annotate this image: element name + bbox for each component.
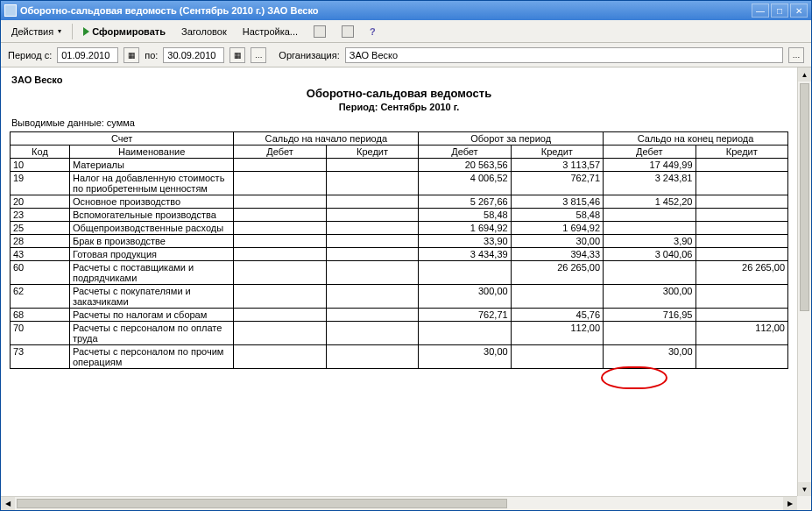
- cell-code: 28: [11, 235, 70, 248]
- cell-value: [695, 345, 788, 369]
- report-org: ЗАО Веско: [11, 75, 788, 85]
- cell-value: 20 563,56: [419, 159, 511, 172]
- cell-name: Расчеты с поставщиками и подрядчиками: [69, 261, 233, 285]
- th-open-credit: Кредит: [326, 145, 418, 159]
- th-account: Счет: [11, 132, 234, 145]
- cell-value: [511, 345, 603, 369]
- cell-value: [695, 248, 788, 261]
- th-close-debit: Дебет: [604, 145, 695, 159]
- cell-value: [695, 235, 788, 248]
- cell-value: [234, 222, 326, 235]
- content-area: ЗАО Веско Оборотно-сальдовая ведомость П…: [1, 67, 811, 510]
- th-open-debit: Дебет: [234, 145, 326, 159]
- highlight-marker: [601, 366, 667, 389]
- cell-value: [604, 209, 695, 222]
- cell-value: [234, 195, 326, 209]
- calendar-to-icon[interactable]: ▦: [229, 47, 245, 63]
- cell-value: [234, 209, 326, 222]
- scroll-up-button[interactable]: ▲: [798, 67, 811, 82]
- cell-value: [695, 172, 788, 195]
- tool-icon-2[interactable]: [335, 23, 361, 40]
- horizontal-scrollbar[interactable]: ◀ ▶: [1, 496, 797, 510]
- cell-name: Основное производство: [69, 195, 233, 209]
- form-button[interactable]: Сформировать: [76, 24, 173, 39]
- th-turn: Оборот за период: [419, 132, 604, 145]
- table-row[interactable]: 60Расчеты с поставщиками и подрядчиками2…: [11, 261, 788, 285]
- vertical-scrollbar[interactable]: ▲ ▼: [797, 67, 811, 496]
- cell-value: 3,90: [604, 235, 695, 248]
- filter-bar: Период с: ▦ по: ▦ … Организация: …: [1, 43, 811, 67]
- toolbar: Действия▾ Сформировать Заголовок Настрой…: [1, 20, 811, 43]
- cell-value: [695, 309, 788, 322]
- cell-name: Брак в производстве: [69, 235, 233, 248]
- cell-value: [234, 235, 326, 248]
- actions-menu[interactable]: Действия▾: [4, 24, 68, 39]
- vscroll-thumb[interactable]: [800, 83, 809, 311]
- cell-value: [326, 345, 418, 369]
- maximize-button[interactable]: □: [771, 4, 788, 18]
- date-to-input[interactable]: [163, 47, 224, 63]
- th-close-credit: Кредит: [695, 145, 788, 159]
- report-viewport: ЗАО Веско Оборотно-сальдовая ведомость П…: [1, 67, 797, 496]
- table-row[interactable]: 23Вспомогательные производства58,4858,48: [11, 209, 788, 222]
- cell-value: 26 265,00: [695, 261, 788, 285]
- tool-icon-1[interactable]: [307, 23, 333, 40]
- cell-value: 300,00: [419, 285, 511, 309]
- table-row[interactable]: 68Расчеты по налогам и сборам762,7145,76…: [11, 309, 788, 322]
- table-row[interactable]: 25Общепроизводственные расходы1 694,921 …: [11, 222, 788, 235]
- report-subtitle: Выводимые данные: сумма: [11, 117, 788, 128]
- help-button[interactable]: ?: [363, 24, 383, 39]
- report-period: Период: Сентябрь 2010 г.: [10, 102, 788, 112]
- calendar-from-icon[interactable]: ▦: [124, 47, 139, 63]
- table-row[interactable]: 70Расчеты с персоналом по оплате труда11…: [11, 322, 788, 345]
- cell-code: 43: [11, 248, 70, 261]
- cell-value: [326, 309, 418, 322]
- cell-value: 30,00: [419, 345, 511, 369]
- cell-value: 26 265,00: [511, 261, 603, 285]
- th-name: Наименование: [69, 145, 233, 159]
- table-row[interactable]: 10Материалы20 563,563 113,5717 449,99: [11, 159, 788, 172]
- header-button[interactable]: Заголовок: [174, 24, 234, 39]
- scroll-right-button[interactable]: ▶: [783, 497, 797, 510]
- cell-value: [604, 261, 695, 285]
- table-row[interactable]: 43Готовая продукция3 434,39394,333 040,0…: [11, 248, 788, 261]
- cell-value: [326, 235, 418, 248]
- org-ellipsis-button[interactable]: …: [788, 47, 804, 63]
- org-input[interactable]: [345, 47, 783, 63]
- cell-value: [326, 222, 418, 235]
- separator: [72, 24, 73, 39]
- table-row[interactable]: 73Расчеты с персоналом по прочим операци…: [11, 345, 788, 369]
- table-row[interactable]: 62Расчеты с покупателями и заказчиками30…: [11, 285, 788, 309]
- cell-value: [326, 172, 418, 195]
- cell-value: [326, 195, 418, 209]
- cell-value: 58,48: [511, 209, 603, 222]
- th-open: Сальдо на начало периода: [234, 132, 419, 145]
- cell-value: [419, 322, 511, 345]
- cell-value: 17 449,99: [604, 159, 695, 172]
- cell-value: 762,71: [419, 309, 511, 322]
- scroll-left-button[interactable]: ◀: [1, 497, 15, 510]
- table-row[interactable]: 19Налог на добавленную стоимость по прио…: [11, 172, 788, 195]
- cell-value: [234, 248, 326, 261]
- table-row[interactable]: 28Брак в производстве33,9030,003,90: [11, 235, 788, 248]
- table-row[interactable]: 20Основное производство5 267,663 815,461…: [11, 195, 788, 209]
- cell-value: 30,00: [511, 235, 603, 248]
- settings-button[interactable]: Настройка...: [236, 24, 305, 39]
- period-ellipsis-button[interactable]: …: [251, 47, 266, 63]
- cell-value: [695, 159, 788, 172]
- cell-value: 3 434,39: [419, 248, 511, 261]
- cell-value: [326, 159, 418, 172]
- cell-value: 30,00: [604, 345, 695, 369]
- close-button[interactable]: ✕: [790, 4, 808, 18]
- hscroll-thumb[interactable]: [17, 499, 507, 508]
- cell-value: [326, 261, 418, 285]
- scroll-corner: [797, 496, 811, 510]
- scroll-down-button[interactable]: ▼: [798, 482, 811, 496]
- date-from-input[interactable]: [57, 47, 118, 63]
- cell-value: 3 040,06: [604, 248, 695, 261]
- cell-code: 62: [11, 285, 70, 309]
- period-to-label: по:: [145, 50, 158, 60]
- cell-code: 19: [11, 172, 70, 195]
- titlebar: Оборотно-сальдовая ведомость (Сентябрь 2…: [1, 1, 811, 20]
- minimize-button[interactable]: —: [752, 4, 769, 18]
